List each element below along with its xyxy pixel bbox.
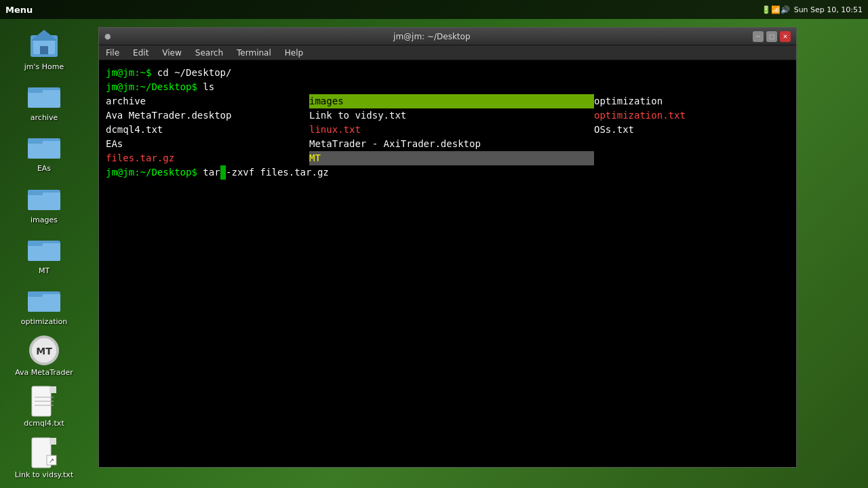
desktop-icon-images[interactable]: images — [7, 179, 81, 227]
desktop-icon-archive[interactable]: archive — [7, 77, 81, 125]
menu-file[interactable]: File — [103, 47, 122, 59]
desktop-icon-mt[interactable]: MT — [7, 230, 81, 278]
ls-cell-linux-txt: linux.txt — [309, 123, 594, 137]
desktop-icon-linux-txt[interactable]: ✕ linux.txt — [7, 485, 81, 488]
link-vidsy-label: Link to vidsy.txt — [15, 470, 73, 479]
archive-folder-icon — [28, 79, 60, 112]
optimization-folder-icon — [28, 283, 60, 316]
ls-cell-link-vidsy: Link to vidsy.txt — [309, 108, 594, 123]
ls-cell-mt: MT — [309, 151, 594, 165]
ls-cell-empty-1 — [594, 137, 789, 151]
maximize-icon: □ — [769, 33, 775, 40]
svg-rect-6 — [28, 87, 43, 93]
desktop-icon-dcmql4[interactable]: dcmql4.txt — [7, 382, 81, 430]
minimize-icon: ─ — [756, 33, 760, 40]
terminal-menubar: File Edit View Search Terminal Help — [99, 45, 796, 60]
svg-rect-12 — [28, 190, 43, 195]
terminal-window: ● jm@jm: ~/Desktop ─ □ ✕ File Edit View … — [98, 27, 797, 468]
svg-rect-30 — [50, 438, 56, 445]
desktop-icon-link-vidsy[interactable]: ↗ Link to vidsy.txt — [7, 434, 81, 482]
archive-label: archive — [31, 113, 58, 122]
terminal-cursor — [220, 165, 226, 180]
ls-cell-oss-txt: OSs.txt — [594, 123, 789, 137]
desktop-icon-jms-home[interactable]: jm's Home — [7, 26, 81, 74]
ls-cell-optimization: optimization — [594, 94, 789, 108]
menu-button[interactable]: Menu — [5, 5, 33, 15]
ls-cell-ava-metatrader: Ava MetaTrader.desktop — [106, 108, 309, 123]
svg-text:MT: MT — [36, 346, 52, 357]
home-icon — [28, 28, 60, 61]
maximize-button[interactable]: □ — [766, 31, 777, 42]
desktop-icons-area: jm's Home archive EAs — [0, 19, 88, 488]
cmd-after-cursor: -zxvf files.tar.gz — [226, 165, 329, 180]
taskbar-right: 🔋📶🔊 Sun Sep 10, 10:51 — [762, 5, 863, 14]
svg-text:↗: ↗ — [49, 457, 54, 464]
terminal-body[interactable]: jm@jm:~$ cd ~/Desktop/ jm@jm:~/Desktop$ … — [99, 60, 796, 467]
eas-folder-icon — [28, 130, 60, 163]
mt-folder-icon — [28, 232, 60, 265]
ls-cell-metatrader-axitrader: MetaTrader - AxiTrader.desktop — [309, 137, 594, 151]
ls-cell-archive: archive — [106, 94, 309, 108]
prompt-2: jm@jm:~/Desktop$ — [106, 80, 203, 94]
cmd-1: cd ~/Desktop/ — [157, 66, 232, 80]
ls-cell-optimization-txt: optimization.txt — [594, 108, 789, 123]
menu-terminal[interactable]: Terminal — [234, 47, 274, 59]
terminal-icon-dot: ● — [104, 32, 111, 41]
svg-rect-15 — [28, 241, 43, 246]
close-button[interactable]: ✕ — [780, 31, 791, 42]
jms-home-label: jm's Home — [24, 62, 64, 71]
ls-cell-dcmql4: dcmql4.txt — [106, 123, 309, 137]
dcmql4-label: dcmql4.txt — [24, 419, 64, 428]
mt-label: MT — [39, 266, 50, 275]
ls-cell-empty-2 — [594, 151, 789, 165]
menu-help[interactable]: Help — [282, 47, 306, 59]
system-tray-icons: 🔋📶🔊 — [762, 5, 790, 14]
terminal-titlebar: ● jm@jm: ~/Desktop ─ □ ✕ — [99, 28, 796, 45]
menu-view[interactable]: View — [159, 47, 184, 59]
minimize-button[interactable]: ─ — [753, 31, 764, 42]
ls-output: archive images optimization Ava MetaTrad… — [106, 94, 789, 165]
prompt-current: jm@jm:~/Desktop$ — [106, 165, 203, 180]
images-label: images — [31, 216, 58, 224]
desktop-icon-eas[interactable]: EAs — [7, 127, 81, 176]
svg-rect-3 — [40, 46, 48, 54]
optimization-label: optimization — [21, 317, 67, 326]
datetime: Sun Sep 10, 10:51 — [794, 5, 863, 14]
cmd-2: ls — [203, 80, 214, 94]
ava-metatrader-icon: MT — [28, 334, 60, 367]
close-icon: ✕ — [783, 33, 788, 40]
prompt-1: jm@jm:~$ — [106, 66, 157, 80]
svg-rect-18 — [28, 291, 43, 297]
cmd-before-cursor: tar — [203, 165, 220, 180]
ls-cell-images: images — [309, 94, 594, 108]
images-folder-icon — [28, 182, 60, 214]
terminal-line-current: jm@jm:~/Desktop$ tar -zxvf files.tar.gz — [106, 165, 789, 180]
taskbar-top: Menu 🔋📶🔊 Sun Sep 10, 10:51 — [0, 0, 868, 19]
svg-rect-9 — [28, 138, 43, 144]
menu-search[interactable]: Search — [193, 47, 226, 59]
desktop-icon-ava-metatrader[interactable]: MT Ava MetaTrader — [7, 331, 81, 380]
menu-edit[interactable]: Edit — [130, 47, 151, 59]
svg-rect-24 — [50, 386, 56, 393]
terminal-line-2: jm@jm:~/Desktop$ ls — [106, 80, 789, 94]
dcmql4-file-icon — [28, 385, 60, 418]
link-vidsy-icon: ↗ — [28, 436, 60, 469]
ava-metatrader-label: Ava MetaTrader — [15, 368, 73, 377]
window-controls: ─ □ ✕ — [753, 31, 791, 42]
eas-label: EAs — [37, 164, 51, 173]
desktop-icon-optimization[interactable]: optimization — [7, 281, 81, 329]
desktop: Menu 🔋📶🔊 Sun Sep 10, 10:51 jm's Home — [0, 0, 868, 488]
terminal-title: jm@jm: ~/Desktop — [117, 32, 747, 41]
ls-cell-eas: EAs — [106, 137, 309, 151]
ls-cell-files-tgz: files.tar.gz — [106, 151, 309, 165]
terminal-line-1: jm@jm:~$ cd ~/Desktop/ — [106, 66, 789, 80]
